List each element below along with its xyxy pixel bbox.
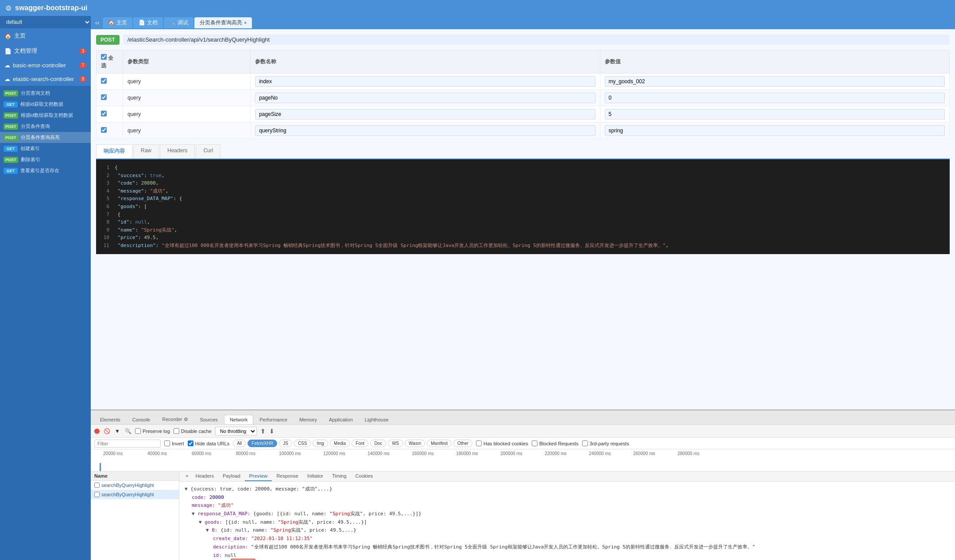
api-item-check-index[interactable]: GET 查看索引是否存在 bbox=[0, 165, 91, 176]
tab-docs[interactable]: 📄 文档 bbox=[133, 17, 163, 28]
request-item-1[interactable]: searchByQueryHighlight bbox=[91, 481, 179, 490]
devtools-tab-elements[interactable]: Elements bbox=[94, 415, 126, 424]
blocked-requests-checkbox[interactable] bbox=[532, 440, 537, 446]
api-item-page-highlight[interactable]: POST 分页条件查询高亮 bbox=[0, 132, 91, 143]
search-icon[interactable]: 🔍 bbox=[124, 428, 131, 435]
filter-tag-fetch[interactable]: Fetch/XHR bbox=[247, 440, 277, 447]
param-checkbox-1[interactable] bbox=[101, 94, 107, 100]
invert-label[interactable]: Invert bbox=[164, 440, 184, 446]
filter-tag-all[interactable]: All bbox=[233, 440, 246, 447]
param-value-input-0[interactable] bbox=[605, 76, 945, 87]
throttle-select[interactable]: No throttling Slow 3G Fast 3G Offline bbox=[215, 427, 257, 436]
filter-tag-wasm[interactable]: Wasm bbox=[405, 440, 425, 447]
clear-button[interactable]: 🚫 bbox=[103, 428, 110, 435]
param-name-input-1[interactable] bbox=[255, 93, 595, 103]
tab-highlight[interactable]: 分页条件查询高亮 × bbox=[194, 17, 252, 28]
invert-checkbox[interactable] bbox=[164, 440, 170, 446]
hide-data-urls-label[interactable]: Hide data URLs bbox=[188, 440, 230, 446]
sidebar-item-home[interactable]: 🏠 主页 bbox=[0, 28, 91, 43]
param-value-input-2[interactable] bbox=[605, 109, 945, 120]
third-party-label[interactable]: 3rd-party requests bbox=[582, 440, 629, 446]
sidebar-dropdown[interactable]: default bbox=[0, 16, 91, 28]
param-value-input-3[interactable] bbox=[605, 125, 945, 136]
detail-tab-cookies[interactable]: Cookies bbox=[351, 471, 378, 481]
select-all-checkbox[interactable] bbox=[101, 54, 107, 60]
filter-tag-doc[interactable]: Doc bbox=[370, 440, 386, 447]
api-item-page-query[interactable]: POST 分页条件查询 bbox=[0, 121, 91, 132]
sidebar-item-elastic[interactable]: ☁ elastic-search-controller 8 bbox=[0, 72, 91, 86]
devtools-tab-performance[interactable]: Performance bbox=[254, 415, 293, 424]
param-checkbox-2[interactable] bbox=[101, 111, 107, 116]
disable-cache-checkbox[interactable] bbox=[174, 428, 179, 434]
has-blocked-cookies-text: Has blocked cookies bbox=[483, 441, 528, 446]
hide-data-urls-checkbox[interactable] bbox=[188, 440, 193, 446]
json-create-date: create_date: "2022-01-10 11:12:35" bbox=[213, 535, 950, 543]
filter-tag-manifest[interactable]: Manifest bbox=[427, 440, 452, 447]
request-checkbox-1[interactable] bbox=[94, 483, 100, 488]
sidebar-item-basic-error[interactable]: ☁ basic-error-controller 7 bbox=[0, 58, 91, 72]
tab-prev-arrow[interactable]: ‹‹ bbox=[93, 19, 102, 26]
api-item-pagination[interactable]: POST 分页查询文档 bbox=[0, 88, 91, 99]
preserve-log-label[interactable]: Preserve log bbox=[135, 428, 170, 434]
resp-tab-curl[interactable]: Curl bbox=[196, 144, 220, 158]
param-checkbox-0[interactable] bbox=[101, 78, 107, 84]
devtools-tab-console[interactable]: Console bbox=[127, 415, 156, 424]
param-name-input-3[interactable] bbox=[255, 125, 595, 136]
content-area: ‹‹ 🏠 主页 📄 文档 🔧 调试 分页条件查询高亮 × POST bbox=[91, 16, 955, 560]
goods-0-expand[interactable]: ▼ bbox=[206, 527, 209, 533]
devtools-tab-sources[interactable]: Sources bbox=[194, 415, 224, 424]
filter-tag-other[interactable]: Other bbox=[453, 440, 472, 447]
api-item-delete-index[interactable]: POST 删除索引 bbox=[0, 154, 91, 165]
disable-cache-text: Disable cache bbox=[181, 429, 212, 434]
tab-debug[interactable]: 🔧 调试 bbox=[164, 17, 193, 28]
detail-tab-initiator[interactable]: Initiator bbox=[303, 471, 328, 481]
disable-cache-label[interactable]: Disable cache bbox=[174, 428, 212, 434]
param-name-input-2[interactable] bbox=[255, 109, 595, 120]
sidebar-item-docs[interactable]: 📄 文档管理 3 bbox=[0, 43, 91, 58]
detail-tab-payload[interactable]: Payload bbox=[218, 471, 245, 481]
import-icon[interactable]: ⬆ bbox=[260, 428, 266, 435]
devtools-tab-network[interactable]: Network bbox=[224, 415, 253, 424]
filter-tag-img[interactable]: Img bbox=[313, 440, 328, 447]
api-item-getbyids[interactable]: POST 根据id数组获取文档数据 bbox=[0, 110, 91, 121]
tab-close-icon[interactable]: × bbox=[244, 20, 247, 25]
request-checkbox-2[interactable] bbox=[94, 492, 100, 497]
resp-map-expand[interactable]: ▼ bbox=[192, 511, 195, 517]
filter-tag-ws[interactable]: WS bbox=[388, 440, 403, 447]
param-checkbox-3[interactable] bbox=[101, 127, 107, 133]
root-expand[interactable]: ▼ bbox=[185, 486, 188, 492]
param-value-input-1[interactable] bbox=[605, 93, 945, 103]
filter-tag-js[interactable]: JS bbox=[279, 440, 292, 447]
devtools-tab-recorder[interactable]: Recorder ⚙ bbox=[156, 414, 193, 424]
export-icon[interactable]: ⬇ bbox=[269, 428, 275, 435]
detail-tab-timing[interactable]: Timing bbox=[328, 471, 351, 481]
preserve-log-checkbox[interactable] bbox=[135, 428, 141, 434]
devtools-tab-application[interactable]: Application bbox=[323, 415, 359, 424]
blocked-requests-label[interactable]: Blocked Requests bbox=[532, 440, 579, 446]
has-blocked-cookies-label[interactable]: Has blocked cookies bbox=[476, 440, 528, 446]
filter-tag-media[interactable]: Media bbox=[330, 440, 350, 447]
filter-input[interactable] bbox=[94, 440, 161, 448]
detail-tab-preview[interactable]: Preview bbox=[245, 471, 272, 481]
request-item-2[interactable]: searchByQueryHighlight bbox=[91, 490, 179, 499]
api-item-getbyid[interactable]: GET 根据id获取文档数据 bbox=[0, 99, 91, 110]
filter-icon[interactable]: ▼ bbox=[114, 428, 121, 435]
param-name-input-0[interactable] bbox=[255, 76, 595, 87]
json-tree: ▼ {success: true, code: 20000, message: … bbox=[185, 485, 950, 560]
devtools-tab-lighthouse[interactable]: Lighthouse bbox=[359, 415, 394, 424]
goods-arr-expand[interactable]: ▼ bbox=[199, 519, 202, 525]
third-party-checkbox[interactable] bbox=[582, 440, 588, 446]
filter-tag-font[interactable]: Font bbox=[352, 440, 368, 447]
detail-tab-headers[interactable]: Headers bbox=[191, 471, 218, 481]
resp-tab-content[interactable]: 响应内容 bbox=[96, 144, 132, 158]
resp-tab-raw[interactable]: Raw bbox=[133, 144, 159, 158]
detail-tab-response[interactable]: Response bbox=[272, 471, 303, 481]
detail-close-btn[interactable]: × bbox=[183, 471, 191, 481]
has-blocked-cookies-checkbox[interactable] bbox=[476, 440, 482, 446]
api-item-create-index[interactable]: GET 创建索引 bbox=[0, 143, 91, 154]
resp-tab-headers[interactable]: Headers bbox=[160, 144, 195, 158]
devtools-tab-memory[interactable]: Memory bbox=[294, 415, 323, 424]
tab-home[interactable]: 🏠 主页 bbox=[103, 17, 132, 28]
filter-tag-css[interactable]: CSS bbox=[294, 440, 311, 447]
record-button[interactable] bbox=[94, 429, 100, 434]
